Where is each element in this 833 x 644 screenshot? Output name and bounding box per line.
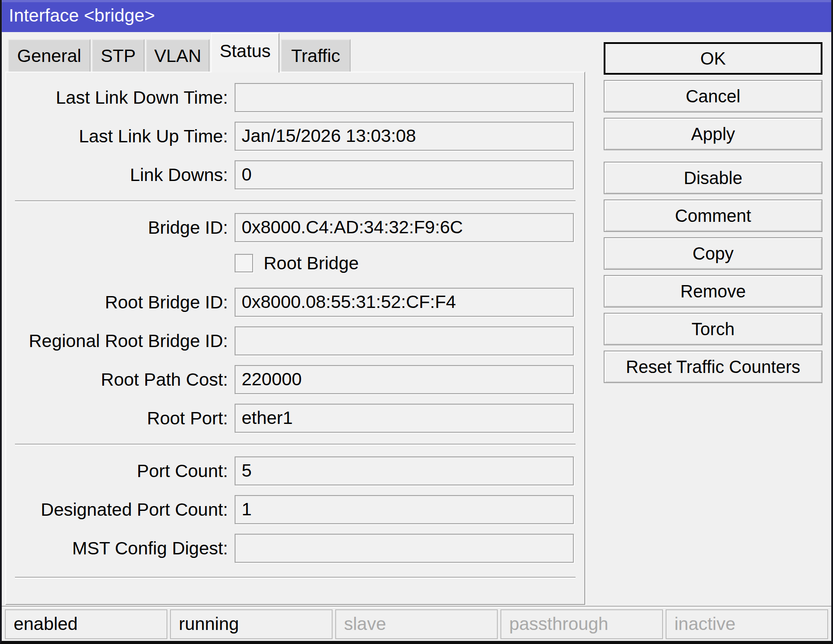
link-downs-label: Link Downs:: [2, 160, 228, 189]
copy-button[interactable]: Copy: [604, 237, 822, 270]
status-inactive: inactive: [666, 609, 828, 639]
mst-config-digest-field[interactable]: [235, 534, 574, 563]
designated-port-count-field[interactable]: 1: [235, 495, 574, 524]
interface-bridge-dialog: Interface <bridge> General STP VLAN Stat…: [0, 0, 833, 644]
tab-general[interactable]: General: [8, 39, 91, 72]
tab-vlan[interactable]: VLAN: [146, 39, 210, 72]
root-port-field[interactable]: ether1: [235, 404, 574, 433]
titlebar[interactable]: Interface <bridge>: [0, 0, 833, 32]
root-bridge-id-field[interactable]: 0x8000.08:55:31:52:CF:F4: [235, 288, 574, 317]
root-path-cost-label: Root Path Cost:: [2, 365, 228, 394]
tab-traffic[interactable]: Traffic: [281, 39, 351, 72]
status-passthrough: passthrough: [500, 609, 663, 639]
root-port-label: Root Port:: [2, 404, 228, 433]
last-link-up-time-field[interactable]: Jan/15/2026 13:03:08: [235, 122, 574, 151]
port-count-label: Port Count:: [2, 456, 228, 485]
status-slave: slave: [335, 609, 498, 639]
regional-root-bridge-id-field[interactable]: [235, 326, 574, 355]
separator: [15, 577, 576, 578]
disable-button[interactable]: Disable: [604, 162, 822, 194]
last-link-down-time-label: Last Link Down Time:: [2, 83, 228, 112]
root-bridge-checkbox[interactable]: [235, 254, 253, 272]
bridge-id-label: Bridge ID:: [2, 213, 228, 242]
last-link-up-time-label: Last Link Up Time:: [2, 122, 228, 151]
designated-port-count-label: Designated Port Count:: [2, 495, 228, 524]
tab-bar: General STP VLAN Status Traffic: [8, 33, 352, 72]
separator: [15, 444, 576, 445]
comment-button[interactable]: Comment: [604, 199, 822, 232]
root-bridge-checkbox-label: Root Bridge: [264, 254, 359, 272]
port-count-field[interactable]: 5: [235, 456, 574, 485]
torch-button[interactable]: Torch: [604, 313, 822, 345]
window-title: Interface <bridge>: [9, 0, 155, 31]
cancel-button[interactable]: Cancel: [604, 80, 822, 112]
separator: [15, 200, 576, 201]
apply-button[interactable]: Apply: [604, 118, 822, 150]
bridge-id-field[interactable]: 0x8000.C4:AD:34:32:F9:6C: [235, 213, 574, 242]
root-path-cost-field[interactable]: 220000: [235, 365, 574, 394]
ok-button[interactable]: OK: [604, 42, 822, 75]
last-link-down-time-field[interactable]: [235, 83, 574, 112]
root-bridge-id-label: Root Bridge ID:: [2, 288, 228, 317]
reset-traffic-counters-button[interactable]: Reset Traffic Counters: [604, 351, 822, 383]
status-bar: enabled running slave passthrough inacti…: [2, 606, 831, 641]
tab-stp[interactable]: STP: [92, 39, 145, 72]
mst-config-digest-label: MST Config Digest:: [2, 534, 228, 563]
status-running: running: [170, 609, 333, 639]
regional-root-bridge-id-label: Regional Root Bridge ID:: [2, 326, 228, 355]
link-downs-field[interactable]: 0: [235, 160, 574, 189]
remove-button[interactable]: Remove: [604, 275, 822, 308]
status-enabled: enabled: [5, 609, 167, 639]
tab-status[interactable]: Status: [211, 33, 279, 72]
